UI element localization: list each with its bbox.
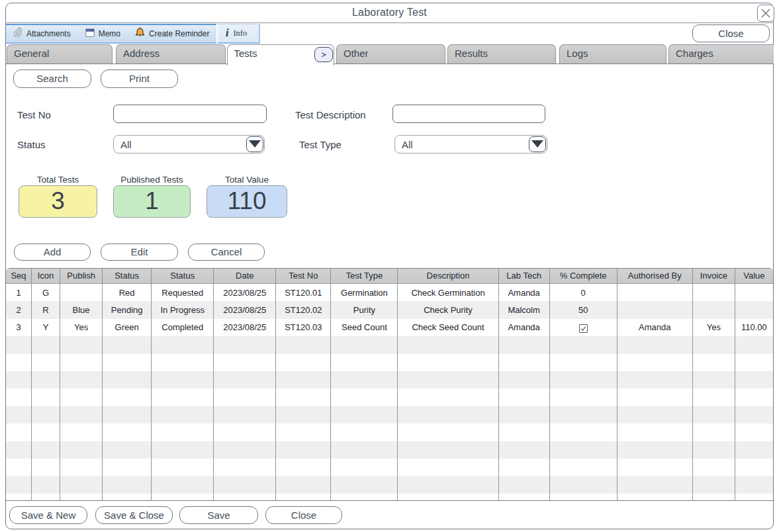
table-cell: Blue	[60, 301, 103, 318]
table-cell	[735, 284, 773, 301]
table-cell	[152, 441, 214, 459]
column-header-icon[interactable]: Icon	[32, 269, 60, 285]
table-row[interactable]: 2RBluePendingIn Progress2023/08/25ST120.…	[6, 301, 773, 318]
save-and-new-button[interactable]: Save & New	[9, 506, 87, 524]
table-cell	[60, 354, 103, 371]
table-cell	[735, 388, 773, 406]
column-header-date[interactable]: Date	[214, 269, 276, 285]
test-type-dropdown[interactable]: All	[394, 135, 547, 154]
checked-checkbox-icon[interactable]	[579, 324, 588, 333]
table-cell	[550, 459, 617, 476]
status-dropdown-arrow-button[interactable]	[246, 136, 264, 153]
total-value-label: Total Value	[206, 175, 287, 185]
column-header-publish[interactable]: Publish	[60, 269, 103, 285]
create-reminder-button[interactable]: Create Reminder	[128, 25, 216, 42]
search-button[interactable]: Search	[13, 69, 91, 88]
column-header-description[interactable]: Description	[398, 269, 498, 285]
status-dropdown[interactable]: All	[113, 135, 265, 154]
chevron-down-icon	[531, 140, 543, 148]
table-cell	[103, 354, 152, 371]
table-cell	[276, 406, 331, 423]
test-no-input[interactable]	[113, 105, 267, 123]
tab-overflow-button[interactable]: >	[314, 47, 333, 63]
table-cell	[617, 441, 693, 459]
column-header-status[interactable]: Status	[152, 269, 214, 285]
column-header-status[interactable]: Status	[103, 269, 152, 285]
table-cell	[617, 459, 693, 476]
table-cell	[103, 441, 152, 459]
column-header-test-type[interactable]: Test Type	[331, 269, 398, 285]
table-cell	[550, 371, 617, 388]
attachments-button[interactable]: Attachments	[6, 25, 78, 42]
tab-logs[interactable]: Logs	[559, 44, 666, 64]
edit-button[interactable]: Edit	[101, 244, 178, 261]
tab-address[interactable]: Address	[116, 44, 226, 64]
chevron-down-icon	[249, 140, 261, 148]
footer-bar: Save & New Save & Close Save Close	[6, 502, 773, 529]
table-cell	[152, 354, 214, 371]
table-cell	[550, 423, 617, 441]
cancel-button[interactable]: Cancel	[188, 244, 265, 261]
table-cell	[617, 494, 693, 500]
tab-results[interactable]: Results	[447, 44, 556, 64]
column-header--complete[interactable]: % Complete	[550, 269, 617, 285]
column-header-lab-tech[interactable]: Lab Tech	[499, 269, 550, 285]
table-empty-row	[6, 459, 773, 476]
table-empty-row	[6, 336, 773, 353]
table-cell	[60, 423, 103, 441]
tab-charges[interactable]: Charges	[668, 44, 774, 64]
table-cell: Completed	[152, 319, 214, 336]
total-tests-box: 3	[19, 185, 97, 218]
table-cell	[550, 336, 617, 353]
table-cell	[60, 494, 103, 500]
column-header-seq[interactable]: Seq	[6, 269, 32, 285]
table-cell	[735, 494, 773, 500]
table-cell	[693, 423, 735, 441]
table-cell	[32, 388, 60, 406]
column-header-test-no[interactable]: Test No	[276, 269, 331, 285]
table-cell	[103, 476, 152, 493]
table-cell	[6, 388, 32, 406]
test-description-input[interactable]	[392, 105, 545, 123]
table-cell	[6, 459, 32, 476]
tab-other[interactable]: Other	[336, 44, 445, 64]
status-label: Status	[17, 139, 46, 150]
save-button[interactable]: Save	[179, 506, 258, 524]
add-button[interactable]: Add	[14, 244, 91, 261]
toolbar-band: Attachments Memo	[6, 24, 773, 44]
column-header-authorised-by[interactable]: Authorised By	[617, 269, 693, 285]
create-reminder-label: Create Reminder	[149, 29, 209, 38]
save-and-new-label: Save & New	[21, 510, 76, 521]
table-cell	[103, 336, 152, 353]
print-button[interactable]: Print	[101, 69, 178, 88]
table-cell	[6, 354, 32, 371]
column-header-invoice[interactable]: Invoice	[693, 269, 735, 285]
table-cell	[331, 354, 398, 371]
table-row[interactable]: 1GRedRequested2023/08/25ST120.01Germinat…	[6, 284, 773, 301]
close-button[interactable]: Close	[265, 506, 342, 524]
table-cell: 2	[6, 301, 32, 318]
table-cell	[331, 441, 398, 459]
toolbar-close-button[interactable]: Close	[692, 24, 770, 42]
table-cell	[60, 459, 103, 476]
table-cell	[398, 441, 498, 459]
table-cell	[214, 388, 276, 406]
test-type-dropdown-arrow-button[interactable]	[529, 136, 547, 153]
table-cell	[214, 441, 276, 459]
table-cell	[276, 388, 331, 406]
save-and-close-button[interactable]: Save & Close	[95, 506, 173, 524]
table-cell	[60, 388, 103, 406]
table-cell: Y	[32, 319, 60, 336]
total-tests-label: Total Tests	[19, 175, 97, 185]
tests-table[interactable]: SeqIconPublishStatusStatusDateTest NoTes…	[6, 269, 773, 500]
window-close-button[interactable]	[757, 5, 774, 22]
table-row[interactable]: 3YYesGreenCompleted2023/08/25ST120.03See…	[6, 319, 773, 336]
table-cell: Seed Count	[331, 319, 398, 336]
info-button[interactable]: i Info	[218, 24, 260, 44]
table-cell	[617, 371, 693, 388]
memo-button[interactable]: Memo	[78, 25, 128, 42]
tab-general[interactable]: General	[7, 44, 113, 64]
tab-overflow-label: >	[321, 50, 326, 60]
table-cell	[103, 371, 152, 388]
column-header-value[interactable]: Value	[735, 269, 773, 285]
